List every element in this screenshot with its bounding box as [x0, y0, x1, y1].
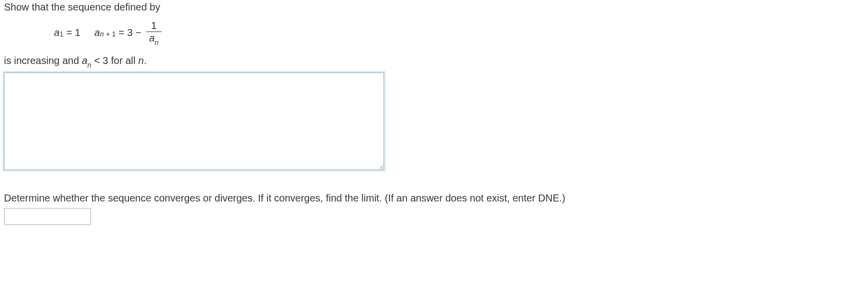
formula-an1: an + 1	[94, 27, 116, 38]
q1-l2-mid: < 3 for all	[92, 55, 138, 66]
question1-line1-text: Show that the sequence defined by	[4, 2, 160, 12]
question-container: Show that the sequence defined by a1 = 1…	[0, 0, 868, 235]
question1-line2: is increasing and an < 3 for all n.	[4, 54, 864, 70]
formula-fraction: 1 an	[146, 20, 162, 46]
q1-l2-var2: n	[138, 55, 144, 66]
q1-l2-var: a	[82, 55, 88, 66]
spacer	[4, 170, 864, 191]
q1-l2-end: .	[144, 55, 147, 66]
formula-minus: −	[132, 27, 144, 38]
question2-prompt: Determine whether the sequence converges…	[4, 191, 864, 205]
limit-input[interactable]	[4, 208, 91, 225]
formula-eq1-rhs: 1	[75, 27, 80, 38]
formula-eq1-equals: =	[64, 27, 75, 38]
proof-textarea[interactable]	[4, 72, 384, 170]
q1-l2-sub: n	[88, 61, 92, 69]
formula-eq2-const: 3	[127, 27, 132, 38]
formula-a1: a1	[54, 27, 64, 38]
q1-l2-pre: is increasing and	[4, 55, 82, 66]
formula-eq2-equals: =	[116, 27, 128, 38]
question2-text: Determine whether the sequence converges…	[4, 192, 566, 204]
fraction-den: an	[146, 32, 162, 46]
fraction-num: 1	[148, 20, 160, 32]
question1-line1: Show that the sequence defined by	[4, 0, 864, 14]
question1-formula: a1 = 1 an + 1 = 3 − 1 an	[54, 20, 864, 46]
